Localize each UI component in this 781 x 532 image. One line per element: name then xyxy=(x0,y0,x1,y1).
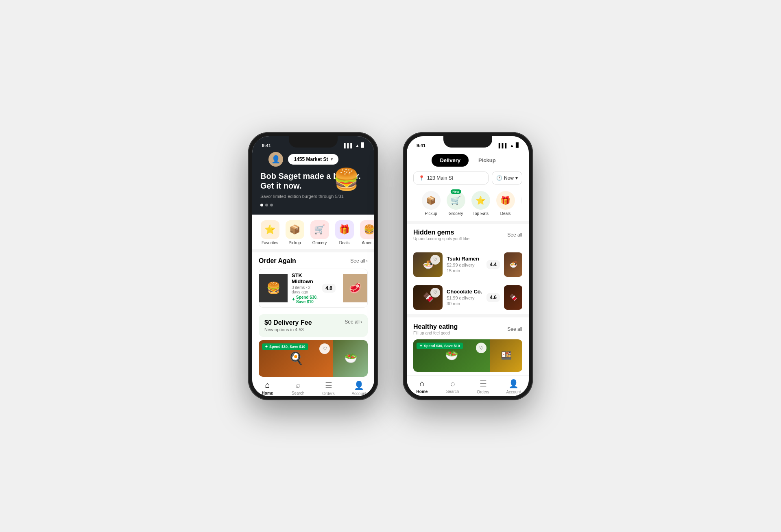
delivery-fee-info: $0 Delivery Fee New options in 4:53 xyxy=(264,319,312,332)
cat2-label-grocery: Grocery xyxy=(449,211,463,216)
cat-label-deals: Deals xyxy=(339,241,350,245)
food-img-main: ✦ Spend $30, Save $10 ♡ 🍳 xyxy=(259,340,333,377)
order-restaurant-img: 🍔 xyxy=(259,274,288,302)
food-promo-tag: ✦ Spend $30, Save $10 xyxy=(262,343,308,350)
cat2-deals-icon: 🎁 xyxy=(496,191,515,210)
order-restaurant-name: STK Midtown xyxy=(292,272,318,284)
status-icons-2: ▌▌▌ ▲ ▊ xyxy=(499,143,519,148)
promo-icon: ✦ xyxy=(292,297,295,302)
healthy-title: Healthy eating xyxy=(413,323,458,330)
bottom-nav-2: ⌂ Home ⌕ Search ☰ Orders 👤 Account xyxy=(407,375,529,396)
healthy-subtitle: Fill up and feel good xyxy=(413,331,458,335)
cat2-ameri[interactable]: 🍽️ Ameri… xyxy=(519,191,522,216)
tab-pickup[interactable]: Pickup xyxy=(470,154,504,167)
hidden-gems-subtitle: Up-and-coming spots you'll like xyxy=(413,237,469,241)
restaurant-chocolate[interactable]: 🍫 ♡ Chocolate Co. $1.99 delivery 30 min … xyxy=(407,281,529,314)
time-2: 9:41 xyxy=(417,143,425,148)
delivery-fee-header: $0 Delivery Fee New options in 4:53 See … xyxy=(264,319,362,332)
divider-2 xyxy=(407,221,529,224)
nav-search-2[interactable]: ⌕ Search xyxy=(437,379,468,394)
chocolate-info: Chocolate Co. $1.99 delivery 30 min xyxy=(447,289,482,306)
location-row: 📍 123 Main St 🕐 Now ▾ xyxy=(413,172,522,185)
tsuki-heart-btn[interactable]: ♡ xyxy=(430,255,440,265)
phone-1: 9:41 ▌▌▌ ▲ ▊ 👤 1455 Market St ▾ Bob S xyxy=(248,132,378,400)
cat-deals[interactable]: 🎁 Deals xyxy=(333,220,356,245)
status-icons-1: ▌▌▌ ▲ ▊ xyxy=(344,143,364,148)
food-images-row: ✦ Spend $30, Save $10 ♡ 🍳 🥗 xyxy=(259,340,368,377)
nav-orders-2[interactable]: ☰ Orders xyxy=(468,379,498,394)
healthy-img-main: ✦ Spend $30, Save $10 ♡ 🥗 xyxy=(413,339,490,372)
chocolate-time: 30 min xyxy=(447,301,482,306)
cat-ameri[interactable]: 🍔 Ameri… xyxy=(358,220,374,245)
phone-1-screen: 9:41 ▌▌▌ ▲ ▊ 👤 1455 Market St ▾ Bob S xyxy=(252,136,374,396)
tab-delivery[interactable]: Delivery xyxy=(432,154,469,167)
cat-pickup[interactable]: 📦 Pickup xyxy=(284,220,306,245)
chocolate-heart-btn[interactable]: ♡ xyxy=(430,288,440,297)
hero-subtitle: Savor limited-edition burgers through 5/… xyxy=(260,194,366,199)
hero-dots xyxy=(260,204,366,206)
favorites-icon: ⭐ xyxy=(261,220,279,239)
healthy-see-all[interactable]: See all xyxy=(507,326,522,332)
search-icon-1: ⌕ xyxy=(296,380,301,390)
delivery-see-all[interactable]: See all › xyxy=(345,319,362,325)
screen-content-1: 👤 1455 Market St ▾ Bob Saget made a burg… xyxy=(252,151,374,396)
see-all-label: See all xyxy=(350,258,365,264)
hidden-gems-title: Hidden gems xyxy=(413,229,469,236)
address-pill[interactable]: 1455 Market St ▾ xyxy=(288,154,338,165)
cat-grocery[interactable]: 🛒 Grocery xyxy=(308,220,331,245)
order-card-stk[interactable]: 🍔 STK Midtown 3 items · 2 days ago ✦ Spe… xyxy=(259,269,368,308)
divider-1 xyxy=(252,249,374,252)
nav-orders-1[interactable]: ☰ Orders xyxy=(313,380,344,396)
battery-icon-2: ▊ xyxy=(516,143,519,148)
food-heart-btn[interactable]: ♡ xyxy=(319,343,330,354)
nav-home-1[interactable]: ⌂ Home xyxy=(252,380,283,396)
location-input[interactable]: 📍 123 Main St xyxy=(413,172,489,185)
time-chevron: ▾ xyxy=(515,175,518,181)
wifi-icon-2: ▲ xyxy=(510,143,514,148)
location-pin-icon: 📍 xyxy=(419,175,425,181)
cat-favorites[interactable]: ⭐ Favorites xyxy=(259,220,281,245)
time-1: 9:41 xyxy=(262,143,271,148)
order-again-section: Order Again See all › 🍔 STK Midtown 3 it… xyxy=(252,252,374,311)
address-text: 1455 Market St xyxy=(294,156,328,162)
home-icon-2: ⌂ xyxy=(419,379,424,388)
battery-icon-1: ▊ xyxy=(361,143,364,148)
time-text: Now xyxy=(504,175,514,181)
healthy-img-side: 🍱 xyxy=(490,339,522,372)
cat2-label-deals: Deals xyxy=(500,211,511,216)
nav-account-2[interactable]: 👤 Account xyxy=(498,379,529,394)
cat2-grocery[interactable]: 🛒 New Grocery xyxy=(445,191,467,216)
orders-icon-2: ☰ xyxy=(480,379,487,389)
hero-burger-icon: 🍔 xyxy=(333,167,360,192)
dot-2 xyxy=(265,204,268,206)
cat2-pickup[interactable]: 📦 Pickup xyxy=(420,191,442,216)
healthy-images: ✦ Spend $30, Save $10 ♡ 🥗 🍱 xyxy=(413,339,522,372)
order-again-header: Order Again See all › xyxy=(259,257,368,265)
cat2-deals[interactable]: 🎁 Deals xyxy=(494,191,517,216)
bottom-nav-1: ⌂ Home ⌕ Search ☰ Orders 👤 Account xyxy=(252,377,374,396)
hidden-gems-see-all[interactable]: See all xyxy=(507,232,522,238)
cat2-topeats[interactable]: ⭐ Top Eats xyxy=(469,191,492,216)
healthy-heart-btn[interactable]: ♡ xyxy=(476,343,486,353)
nav-account-1[interactable]: 👤 Account xyxy=(344,380,374,396)
order-again-see-all[interactable]: See all › xyxy=(350,258,368,264)
cat2-pickup-icon: 📦 xyxy=(422,191,441,210)
pickup-icon: 📦 xyxy=(286,220,304,239)
phone2-header: Delivery Pickup 📍 123 Main St 🕐 Now ▾ xyxy=(407,151,529,221)
restaurant-tsuki[interactable]: 🍜 ♡ Tsuki Ramen $2.99 delivery 15 min 4.… xyxy=(407,248,529,281)
orders-icon-1: ☰ xyxy=(325,380,332,390)
time-input[interactable]: 🕐 Now ▾ xyxy=(492,172,522,185)
tsuki-rating: 4.4 xyxy=(486,260,500,269)
nav-home-2[interactable]: ⌂ Home xyxy=(407,379,437,394)
tsuki-info: Tsuki Ramen $2.99 delivery 15 min xyxy=(447,256,482,273)
notch-2 xyxy=(443,136,492,148)
nav-orders-label-1: Orders xyxy=(322,391,335,396)
cat2-label-pickup: Pickup xyxy=(425,211,437,216)
order-side-img: 🥩 xyxy=(343,274,367,302)
delivery-see-all-label: See all xyxy=(345,319,360,325)
food-emoji-side: 🥗 xyxy=(344,352,357,365)
nav-search-1[interactable]: ⌕ Search xyxy=(283,380,313,396)
delivery-fee-section: $0 Delivery Fee New options in 4:53 See … xyxy=(259,314,368,337)
home-icon-1: ⌂ xyxy=(265,380,270,390)
hidden-gems-header: Hidden gems Up-and-coming spots you'll l… xyxy=(413,229,522,241)
